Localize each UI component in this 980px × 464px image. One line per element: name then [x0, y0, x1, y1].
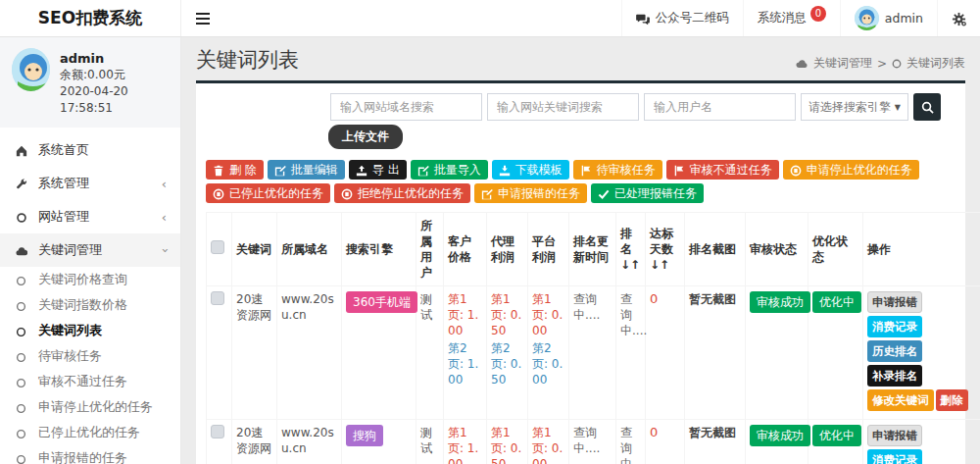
- toolbar-button-label: 批量导入: [434, 162, 481, 178]
- sidebar-item-1[interactable]: 系统管理‹: [0, 167, 180, 200]
- toolbar-button-label: 已处理报错任务: [614, 185, 697, 201]
- toolbar-button-4[interactable]: 下载模板: [492, 160, 569, 180]
- column-header-5: 代理利润: [487, 213, 528, 286]
- platform-profit-cell: 第1页: 0.00第2页: 0.00: [528, 286, 569, 420]
- engine-select[interactable]: 请选择搜索引擎 ▼: [801, 93, 908, 121]
- sidebar-subitem-2[interactable]: 关键词列表: [0, 318, 180, 343]
- flag-icon: [580, 162, 592, 178]
- column-header-3: 所属用户: [416, 213, 444, 286]
- rank-cell: 查询中....: [616, 420, 646, 464]
- engine-badge: 360手机端: [346, 291, 417, 313]
- filter-input-2[interactable]: [644, 93, 796, 121]
- optimize-status-badge: 优化中: [812, 425, 861, 446]
- engine-cell: 搜狗: [342, 420, 416, 464]
- keyword-cell: 20速资源网: [232, 420, 277, 464]
- agent-profit-cell: 第1页: 0.50第2页: 0.50: [487, 286, 528, 420]
- sidebar-subitem-6[interactable]: 已停止优化的任务: [0, 420, 180, 445]
- row-action-补录排名[interactable]: 补录排名: [867, 365, 922, 387]
- sidebar-subitem-label: 申请报错的任务: [38, 449, 127, 464]
- rank-cell: 查询中....: [616, 286, 646, 420]
- sidebar-item-2[interactable]: 网站管理‹: [0, 200, 180, 233]
- audit-status-cell: 审核成功: [746, 286, 808, 420]
- toolbar-button-9[interactable]: 拒绝停止优化的任务: [334, 183, 470, 203]
- user-menu-item[interactable]: admin: [840, 0, 937, 36]
- filter-input-0[interactable]: [330, 93, 482, 121]
- row-action-删除[interactable]: 删除: [936, 389, 968, 411]
- sidebar-subitem-label: 关键词价格查询: [38, 271, 127, 288]
- row-checkbox[interactable]: [211, 425, 224, 438]
- toolbar-button-label: 申请停止优化的任务: [807, 162, 912, 178]
- sidebar-subitem-0[interactable]: 关键词价格查询: [0, 267, 180, 292]
- toolbar-button-2[interactable]: 导 出: [349, 160, 407, 180]
- row-checkbox[interactable]: [211, 291, 224, 305]
- sidebar-subitem-4[interactable]: 审核不通过任务: [0, 369, 180, 394]
- sidebar-user-avatar: [12, 48, 50, 91]
- toolbar-button-3[interactable]: 批量导入: [411, 160, 488, 180]
- toolbar-button-7[interactable]: 申请停止优化的任务: [783, 160, 919, 180]
- sidebar-menu: 系统首页系统管理‹网站管理‹关键词管理‹关键词价格查询关键词指数价格关键词列表待…: [0, 128, 180, 464]
- table-row: 20速资源网www.20su.cn360手机端测试第1页: 1.00第2页: 1…: [207, 286, 980, 420]
- comments-icon: [636, 11, 650, 26]
- column-header-9[interactable]: 达标天数 ↓↑: [646, 213, 685, 286]
- column-header-2: 搜索引擎: [342, 213, 416, 286]
- row-action-消费记录[interactable]: 消费记录: [867, 449, 922, 464]
- page-title: 关键词列表: [196, 46, 299, 74]
- row-action-申请报错[interactable]: 申请报错: [867, 291, 922, 313]
- system-messages-menu-item[interactable]: 系统消息 0: [743, 0, 840, 36]
- keyword-cell: 20速资源网: [232, 286, 277, 420]
- edit-icon: [274, 162, 286, 178]
- search-button[interactable]: [913, 93, 941, 121]
- sidebar-subitem-3[interactable]: 待审核任务: [0, 343, 180, 369]
- stop-icon: [213, 185, 224, 201]
- settings-menu-item[interactable]: [937, 0, 980, 36]
- row-action-消费记录[interactable]: 消费记录: [867, 316, 922, 337]
- optimize-status-cell: 优化中: [808, 286, 863, 420]
- column-header-10: 排名截图: [685, 213, 746, 286]
- filter-input-1[interactable]: [487, 93, 639, 121]
- sidebar-item-label: 关键词管理: [38, 241, 102, 259]
- domain-cell: www.20su.cn: [277, 420, 342, 464]
- toolbar-button-0[interactable]: 删 除: [206, 160, 264, 180]
- app-title: SEO扣费系统: [0, 0, 181, 36]
- toolbar-button-10[interactable]: 申请报错的任务: [474, 183, 587, 203]
- breadcrumb-section[interactable]: 关键词管理: [813, 55, 872, 72]
- sidebar: admin 余额:0.00元 2020-04-20 17:58:51 系统首页系…: [0, 37, 181, 464]
- days-cell: 0: [646, 286, 685, 420]
- agent-profit-cell: 第1页: 0.50第2页: 0.50: [487, 420, 528, 464]
- circle-icon: [892, 59, 902, 69]
- toolbar-button-6[interactable]: 审核不通过任务: [666, 160, 779, 180]
- breadcrumb-page: 关键词列表: [906, 55, 965, 72]
- chevron-left-icon: ‹: [162, 211, 167, 224]
- audit-status-cell: 审核成功: [746, 420, 808, 464]
- sidebar-subitem-1[interactable]: 关键词指数价格: [0, 292, 180, 318]
- sidebar-item-3[interactable]: 关键词管理‹: [0, 233, 180, 267]
- download-icon: [499, 162, 511, 178]
- user-cell: 测试: [416, 286, 444, 420]
- sidebar-item-0[interactable]: 系统首页: [0, 133, 180, 167]
- column-header-8[interactable]: 排名 ↓↑: [616, 213, 646, 286]
- column-header-12: 优化状态: [808, 213, 863, 286]
- trash-icon: [213, 162, 224, 178]
- row-action-修改关键词[interactable]: 修改关键词: [867, 389, 934, 411]
- sidebar-toggle-button[interactable]: [181, 0, 224, 36]
- toolbar-button-8[interactable]: 已停止优化的任务: [206, 183, 330, 203]
- row-action-申请报错[interactable]: 申请报错: [867, 425, 922, 446]
- column-header-1: 所属域名: [277, 213, 342, 286]
- toolbar-button-11[interactable]: 已处理报错任务: [591, 183, 704, 203]
- sidebar-subitem-7[interactable]: 申请报错的任务: [0, 445, 180, 464]
- row-action-历史排名[interactable]: 历史排名: [867, 340, 922, 362]
- sidebar-subitem-5[interactable]: 申请停止优化的任务: [0, 394, 180, 420]
- price-page2: 第2页: 1.00: [448, 340, 482, 387]
- toolbar-button-label: 审核不通过任务: [690, 162, 772, 178]
- select-all-checkbox[interactable]: [211, 240, 224, 254]
- upload-file-button[interactable]: 上传文件: [328, 125, 403, 149]
- days-cell: 0: [646, 420, 685, 464]
- engine-cell: 360手机端: [342, 286, 416, 420]
- row-select-cell: [207, 286, 232, 420]
- toolbar-button-5[interactable]: 待审核任务: [573, 160, 662, 180]
- customer-price-cell: 第1页: 1.00第2页: 1.00: [444, 286, 487, 420]
- toolbar-button-1[interactable]: 批量编辑: [268, 160, 345, 180]
- circle-icon: [16, 349, 28, 364]
- qr-code-menu-item[interactable]: 公众号二维码: [621, 0, 743, 36]
- sidebar-datetime: 2020-04-20 17:58:51: [60, 83, 171, 117]
